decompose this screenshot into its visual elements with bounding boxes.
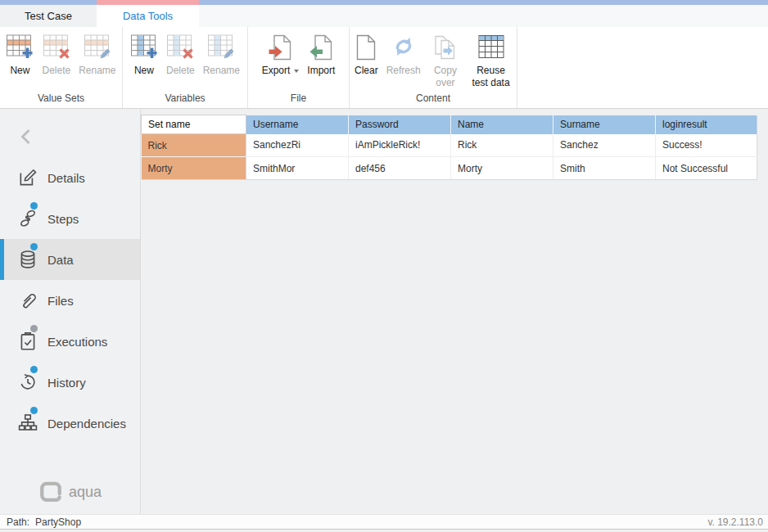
- column-header-password[interactable]: Password: [349, 115, 451, 134]
- delete-variable-column-icon: [166, 34, 194, 65]
- sitemap-icon: [17, 413, 38, 434]
- rename-variable-button: Rename: [201, 34, 242, 77]
- steps-notification-dot: [30, 202, 38, 210]
- table-row: RickSanchezRiiAmPickleRick!RickSanchezSu…: [142, 134, 757, 157]
- delete-value-set-button: Delete: [40, 34, 72, 77]
- import-button[interactable]: Import: [305, 34, 337, 77]
- sidebar-item-steps[interactable]: Steps: [0, 198, 140, 239]
- new-value-set-table-icon: [6, 34, 34, 65]
- grid-header-row: Set name Username Password Name Surname …: [142, 115, 757, 134]
- data-cell[interactable]: Smith: [553, 157, 656, 180]
- rename-value-set-table-icon: [84, 34, 111, 65]
- sidebar-item-history[interactable]: History: [0, 362, 140, 403]
- ribbon-group-label-content: Content: [350, 92, 517, 104]
- delete-variable-label: Delete: [166, 65, 195, 77]
- new-value-set-label: New: [10, 65, 29, 77]
- refresh-arrows-icon: [390, 34, 418, 65]
- sidebar-collapse-button[interactable]: [18, 128, 38, 157]
- set-name-cell[interactable]: Rick: [142, 134, 246, 157]
- edit-pencil-icon: [17, 167, 38, 188]
- content-area: Set name Username Password Name Surname …: [141, 110, 768, 514]
- copy-over-label: Copy over: [429, 65, 462, 89]
- clipboard-check-icon: [17, 331, 38, 352]
- new-value-set-button[interactable]: New: [4, 34, 35, 77]
- data-cell[interactable]: SanchezRi: [246, 134, 349, 157]
- rename-variable-column-icon: [207, 34, 235, 65]
- status-bar: Path: PartyShop v. 19.2.113.0: [0, 514, 768, 530]
- export-button[interactable]: Export: [260, 34, 301, 77]
- executions-notification-dot: [30, 325, 38, 332]
- history-notification-dot: [30, 366, 38, 373]
- delete-value-set-label: Delete: [42, 65, 70, 77]
- footprints-icon: [17, 208, 38, 229]
- clear-blank-page-icon: [355, 34, 377, 65]
- sidebar-item-files[interactable]: Files: [0, 280, 140, 321]
- sidebar-item-dependencies[interactable]: Dependencies: [0, 403, 140, 444]
- export-label: Export: [262, 65, 291, 77]
- column-header-name[interactable]: Name: [451, 115, 553, 134]
- main-area: Details Steps: [0, 110, 768, 514]
- new-variable-label: New: [134, 65, 154, 77]
- data-cell[interactable]: def456: [349, 157, 451, 180]
- ribbon-group-label-variables: Variables: [123, 92, 247, 104]
- path-value: PartyShop: [35, 516, 81, 528]
- column-header-loginresult[interactable]: loginresult: [656, 115, 757, 134]
- data-cell[interactable]: Success!: [656, 134, 757, 157]
- data-cell[interactable]: Sanchez: [553, 134, 656, 157]
- reuse-test-data-button[interactable]: Reuse test data: [468, 34, 513, 89]
- path-indicator: Path: PartyShop: [7, 516, 81, 528]
- tab-data-tools[interactable]: Data Tools: [97, 5, 199, 27]
- reuse-test-data-table-icon: [477, 34, 505, 65]
- path-label: Path:: [7, 516, 29, 528]
- set-name-cell[interactable]: Morty: [142, 157, 246, 180]
- database-icon: [17, 249, 38, 270]
- paperclip-icon: [17, 290, 38, 311]
- column-header-username[interactable]: Username: [246, 115, 349, 134]
- import-label: Import: [307, 65, 335, 77]
- data-cell[interactable]: SmithMor: [246, 157, 349, 180]
- tab-test-case[interactable]: Test Case: [0, 5, 97, 27]
- export-page-red-arrow-icon: [268, 34, 292, 65]
- sidebar-item-label: Dependencies: [47, 417, 126, 431]
- copy-over-pages-icon: [432, 34, 459, 65]
- aqua-logo-icon: [38, 480, 63, 503]
- data-cell[interactable]: iAmPickleRick!: [349, 134, 451, 157]
- ribbon-group-label-file: File: [248, 92, 349, 104]
- export-dropdown-caret-icon: [294, 70, 299, 73]
- import-page-green-arrow-icon: [309, 34, 333, 65]
- sidebar: Details Steps: [0, 110, 141, 514]
- table-row: MortySmithMordef456MortySmithNot Success…: [142, 157, 757, 180]
- delete-value-set-table-icon: [43, 34, 70, 65]
- sidebar-item-label: Files: [47, 294, 74, 308]
- data-cell[interactable]: Morty: [451, 157, 553, 180]
- rename-variable-label: Rename: [203, 65, 240, 77]
- sidebar-item-details[interactable]: Details: [0, 157, 140, 198]
- ribbon-group-variables: New Delete: [123, 27, 248, 108]
- history-clock-icon: [17, 372, 38, 393]
- rename-value-set-button: Rename: [77, 34, 117, 77]
- sidebar-item-label: Data: [47, 253, 74, 267]
- aqua-logo: aqua: [0, 480, 140, 503]
- data-notification-dot: [30, 243, 38, 250]
- dependencies-notification-dot: [30, 407, 38, 414]
- sidebar-nav: Details Steps: [0, 157, 140, 444]
- sidebar-item-executions[interactable]: Executions: [0, 321, 140, 362]
- column-header-set-name[interactable]: Set name: [142, 115, 246, 134]
- clear-button[interactable]: Clear: [353, 34, 380, 77]
- sidebar-item-data[interactable]: Data: [0, 239, 140, 280]
- data-table-body: RickSanchezRiiAmPickleRick!RickSanchezSu…: [142, 134, 757, 180]
- column-header-surname[interactable]: Surname: [553, 115, 656, 134]
- sidebar-item-label: Steps: [47, 212, 79, 226]
- value-set-data-grid: Set name Username Password Name Surname …: [141, 115, 757, 180]
- version-label: v. 19.2.113.0: [707, 516, 763, 528]
- sidebar-item-label: History: [47, 376, 86, 390]
- clear-label: Clear: [355, 65, 378, 77]
- delete-variable-button: Delete: [165, 34, 197, 77]
- sidebar-item-label: Details: [47, 171, 85, 185]
- ribbon-group-label-value-sets: Value Sets: [0, 92, 122, 104]
- data-cell[interactable]: Not Successful: [656, 157, 757, 180]
- new-variable-button[interactable]: New: [129, 34, 160, 77]
- data-cell[interactable]: Rick: [451, 134, 553, 157]
- rename-value-set-label: Rename: [79, 65, 115, 77]
- ribbon-group-value-sets: New Delete: [0, 27, 123, 108]
